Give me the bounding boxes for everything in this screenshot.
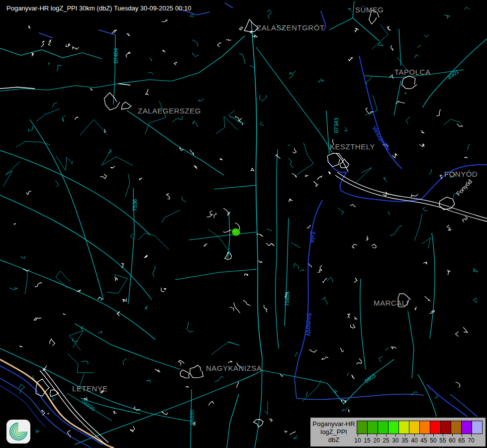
tick-label: 45 <box>420 437 427 444</box>
tick-label: 30 <box>392 437 398 444</box>
tick-label: 10 <box>354 437 361 444</box>
tick-label: 55 <box>439 437 446 444</box>
town-label-sumeg: SÜMEG <box>355 5 384 14</box>
road-label-07404: 07404 <box>113 48 119 64</box>
tick-mark <box>367 434 368 437</box>
tick-label: 65 <box>458 437 465 444</box>
legend-color-scale: 10152025303540455055606570 <box>357 418 486 447</box>
tick-label: 70 <box>468 437 474 444</box>
tick-mark <box>424 434 424 437</box>
scale-cell <box>440 421 451 434</box>
river-label-somogy: Somogy <box>305 313 312 336</box>
scale-cell <box>378 421 389 434</box>
tick-label: 15 <box>364 437 370 444</box>
tick-mark <box>377 434 377 437</box>
tick-mark <box>433 434 434 437</box>
legend-product: logZ_PPI <box>310 428 357 436</box>
legend-text-block: Poganyvar-HR logZ_PPI dbZ <box>310 420 357 444</box>
town-label-nagykanizsa: NAGYKANIZSA <box>206 364 262 372</box>
scale-cell <box>409 421 420 434</box>
map-line-network <box>0 0 487 448</box>
tick-mark <box>414 434 415 437</box>
town-label-zalaegerszeg: ZALAEGERSZEG <box>138 107 201 115</box>
town-label-letenye: LETENYE <box>72 384 108 393</box>
scale-cell <box>472 421 483 434</box>
tick-label: 50 <box>430 437 436 444</box>
town-label-tapolca: TAPOLCA <box>394 68 430 76</box>
tick-label: 40 <box>411 437 417 444</box>
road-label-06890: 06890 <box>189 410 195 425</box>
tick-label: 35 <box>401 437 408 444</box>
radar-product-title: Poganyvar-HR logZ_PPI 30km (dbZ) Tuesday… <box>6 4 191 12</box>
road-label-7536: 7536 <box>132 199 138 211</box>
town-label-marcali: MARCALI <box>374 299 408 307</box>
scale-cell <box>451 421 462 434</box>
radar-map: Poganyvar-HR logZ_PPI 30km (dbZ) Tuesday… <box>0 0 487 448</box>
scale-cell <box>367 421 378 434</box>
scale-cell <box>419 421 430 434</box>
scale-cell <box>430 421 441 434</box>
tick-mark <box>443 434 443 437</box>
color-scale-cells <box>357 421 483 434</box>
river-label-zala: Zala <box>309 231 316 243</box>
town-label-zalaszentgrot: ZALASZENTGRÓT <box>257 23 325 32</box>
tick-mark <box>462 434 462 437</box>
tick-mark <box>452 434 453 437</box>
radar-service-logo <box>6 420 30 444</box>
tick-mark <box>395 434 396 437</box>
tick-label: 60 <box>449 437 455 444</box>
tick-mark <box>471 434 472 437</box>
scale-cell <box>357 421 368 434</box>
tick-label: 20 <box>373 437 380 444</box>
legend-panel: Poganyvar-HR logZ_PPI dbZ 10152025303540… <box>309 417 487 448</box>
tick-label: 25 <box>383 437 389 444</box>
town-label-keszthely: KESZTHELY <box>330 142 375 151</box>
scale-cell <box>398 421 409 434</box>
road-label-07343: 07343 <box>333 118 339 133</box>
tick-mark <box>358 434 358 437</box>
spiral-icon <box>6 420 30 444</box>
legend-radar-name: Poganyvar-HR <box>310 420 357 428</box>
tick-mark <box>386 434 387 437</box>
tick-mark <box>405 434 405 437</box>
town-label-fonyod: FONYÓD <box>444 170 478 178</box>
legend-unit: dbZ <box>310 436 357 444</box>
scale-cell <box>388 421 399 434</box>
road-label-75831: 75831 <box>284 291 290 307</box>
color-scale-ticks: 10152025303540455055606570 <box>357 434 486 446</box>
scale-cell <box>461 421 472 434</box>
